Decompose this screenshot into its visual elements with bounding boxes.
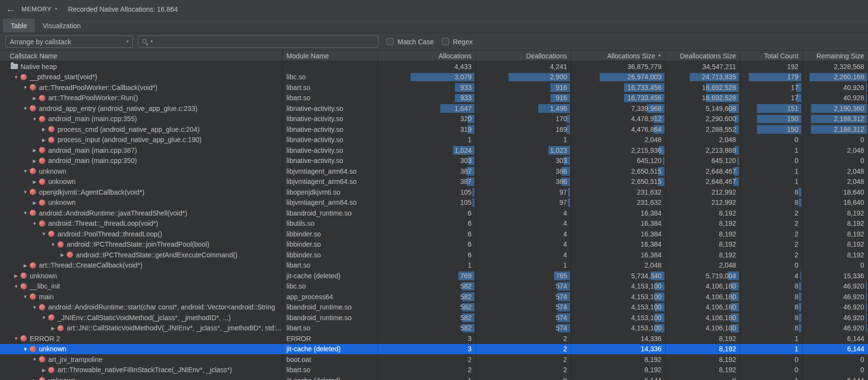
collapse-arrow-icon[interactable]: ▼: [31, 305, 38, 310]
table-row[interactable]: ▼android_main (main.cpp:355)libnative-ac…: [0, 114, 868, 125]
table-row[interactable]: Native heap4,4334,24136,875,77934,547,21…: [0, 61, 868, 72]
table-row[interactable]: ▶unknownlibjvmtiagent_arm64.so10597231,6…: [0, 198, 868, 208]
expand-arrow-icon[interactable]: ▶: [40, 368, 48, 373]
collapse-arrow-icon[interactable]: ▼: [31, 117, 38, 122]
collapse-arrow-icon[interactable]: ▼: [12, 284, 20, 289]
expand-arrow-icon[interactable]: ▶: [31, 159, 38, 163]
collapse-arrow-icon[interactable]: ▼: [21, 211, 29, 216]
table-row[interactable]: ▼android::IPCThreadState::joinThreadPool…: [0, 239, 868, 250]
table-row[interactable]: ▶android::IPCThreadState::getAndExecuteC…: [0, 250, 868, 260]
collapse-arrow-icon[interactable]: ▼: [40, 232, 48, 236]
match-case-option[interactable]: Match Case: [386, 38, 434, 46]
table-row[interactable]: ▶android_main (main.cpp:350)libnative-ac…: [0, 156, 868, 166]
column-header-allocations[interactable]: Allocations: [378, 51, 476, 61]
cell-value: 2,900: [550, 73, 567, 81]
table-row[interactable]: ▶art::Throwable_nativeFillInStackTrace(_…: [0, 365, 868, 376]
table-row[interactable]: ▶art::JNI::CallStaticVoidMethodV(_JNIEnv…: [0, 323, 868, 334]
table-row[interactable]: ▼__pthread_start(void*)libc.so3,0792,900…: [0, 72, 868, 83]
collapse-arrow-icon[interactable]: ▼: [21, 85, 29, 90]
callstack-label: art::ThreadPoolWorker::Callback(void*): [39, 84, 157, 91]
method-icon: [57, 241, 64, 248]
expand-arrow-icon[interactable]: ▶: [31, 378, 38, 380]
collapse-arrow-icon[interactable]: ▼: [31, 357, 38, 362]
table-row[interactable]: ▼_JNIEnv::CallStaticVoidMethod(_jclass*,…: [0, 312, 868, 323]
regex-option[interactable]: Regex: [442, 38, 472, 46]
expand-arrow-icon[interactable]: ▶: [12, 273, 20, 278]
column-header-remaining_size[interactable]: Remaining Size: [803, 51, 868, 61]
collapse-arrow-icon[interactable]: ▼: [21, 106, 29, 111]
table-row[interactable]: ▶unknownlibjvmtiagent_arm64.so3873862,65…: [0, 177, 868, 187]
table-row[interactable]: ▶process_cmd (android_native_app_glue.c:…: [0, 124, 868, 135]
table-row[interactable]: ▼android::AndroidRuntime::start(char con…: [0, 302, 868, 313]
table-row[interactable]: ▼openjdkjvmti::AgentCallback(void*)libop…: [0, 187, 868, 198]
arrange-dropdown[interactable]: Arrange by callstack ▾: [5, 36, 133, 48]
collapse-arrow-icon[interactable]: ▼: [31, 221, 38, 226]
cell-value: 40,928: [843, 84, 864, 91]
method-icon: [39, 377, 45, 380]
table-row[interactable]: ▶art::Thread::CreateCallback(void*)libar…: [0, 260, 868, 271]
table-row[interactable]: ▼unknownjit-cache (deleted)3214,3368,192…: [0, 344, 868, 355]
column-header-deallocations[interactable]: Deallocations: [476, 51, 571, 61]
table-row[interactable]: ▼android_app_entry (android_native_app_g…: [0, 103, 868, 114]
memory-selector[interactable]: MEMORY ▾: [21, 5, 57, 13]
collapse-arrow-icon[interactable]: ▼: [12, 336, 20, 341]
table-row[interactable]: ▶unknownjit-cache (deleted)106,144016,14…: [0, 375, 868, 380]
column-header-callstack[interactable]: Callstack Name: [0, 51, 283, 61]
cell-value: 4: [794, 272, 798, 280]
expand-arrow-icon[interactable]: ▶: [58, 253, 66, 257]
table-row[interactable]: ▼art::ThreadPoolWorker::Callback(void*)l…: [0, 82, 868, 93]
table-row[interactable]: ▼android::Thread::_threadLoop(void*)libu…: [0, 218, 868, 229]
search-field[interactable]: ▾: [138, 36, 378, 48]
table-row[interactable]: ▶art::ThreadPoolWorker::Run()libart.so93…: [0, 93, 868, 104]
collapse-arrow-icon[interactable]: ▼: [21, 169, 29, 174]
column-header-module[interactable]: Module Name: [283, 51, 378, 61]
column-header-dealloc_size[interactable]: Deallocations Size: [666, 51, 740, 61]
value-bar: [866, 94, 867, 103]
collapse-arrow-icon[interactable]: ▼: [21, 294, 29, 299]
table-row[interactable]: ▼android::PoolThread::threadLoop()libbin…: [0, 229, 868, 239]
value-bar: [737, 157, 739, 165]
callstack-label: art_jni_trampoline: [48, 356, 102, 363]
collapse-arrow-icon[interactable]: ▼: [21, 190, 29, 195]
search-icon: [142, 38, 149, 45]
back-button[interactable]: ←: [6, 4, 19, 15]
expand-arrow-icon[interactable]: ▶: [40, 138, 48, 143]
table-row[interactable]: ▼__libc_initlibc.so5825744,153,1004,106,…: [0, 281, 868, 292]
expand-arrow-icon[interactable]: ▶: [40, 127, 48, 132]
cell-value: 8: [794, 188, 798, 196]
tab-table[interactable]: Table: [3, 18, 35, 33]
table-row[interactable]: ▼android::AndroidRuntime::javaThreadShel…: [0, 208, 868, 218]
cell-value: 26,974,003: [627, 73, 661, 81]
regex-checkbox[interactable]: [442, 38, 449, 45]
collapse-arrow-icon[interactable]: ▼: [12, 75, 20, 80]
method-icon: [20, 272, 27, 279]
expand-arrow-icon[interactable]: ▶: [49, 326, 57, 331]
module-label: libc.so: [286, 282, 306, 290]
collapse-arrow-icon[interactable]: ▼: [21, 347, 29, 352]
cell-value: 14,336: [641, 345, 661, 353]
match-case-checkbox[interactable]: [386, 38, 394, 45]
column-header-alloc_size[interactable]: Allocations Size▼: [571, 51, 666, 61]
tab-visualization[interactable]: Visualization: [35, 18, 88, 33]
table-row[interactable]: ▼unknownlibjvmtiagent_arm64.so3873862,65…: [0, 166, 868, 177]
collapse-arrow-icon[interactable]: ▼: [40, 315, 48, 320]
table-row[interactable]: ▶android_main (main.cpp:387)libnative-ac…: [0, 145, 868, 156]
callstack-label: __pthread_start(void*): [30, 73, 97, 81]
expand-arrow-icon[interactable]: ▶: [31, 148, 38, 153]
table-row[interactable]: ▶process_input (android_native_app_glue.…: [0, 135, 868, 145]
expand-arrow-icon[interactable]: ▶: [31, 96, 38, 101]
table-row[interactable]: ▼ERROR 2ERROR3214,3368,19216,144: [0, 333, 868, 344]
table-row[interactable]: ▶unknownjit-cache (deleted)7697655,734,3…: [0, 271, 868, 281]
search-input[interactable]: [155, 38, 375, 46]
column-header-total_count[interactable]: Total Count: [740, 51, 803, 61]
table-row[interactable]: ▼art_jni_trampolineboot.oat228,1928,1920…: [0, 354, 868, 365]
collapse-arrow-icon[interactable]: ▼: [49, 242, 57, 247]
expand-arrow-icon[interactable]: ▶: [21, 263, 29, 268]
cell-value: 916: [556, 94, 567, 102]
cell-value: 8,192: [847, 251, 864, 259]
table-row[interactable]: ▼mainapp_process645825744,153,1004,106,1…: [0, 291, 868, 302]
expand-arrow-icon[interactable]: ▶: [31, 200, 38, 205]
cell-value: 1: [468, 261, 472, 269]
expand-arrow-icon[interactable]: ▶: [31, 180, 38, 184]
cell-value: 105: [460, 188, 472, 196]
